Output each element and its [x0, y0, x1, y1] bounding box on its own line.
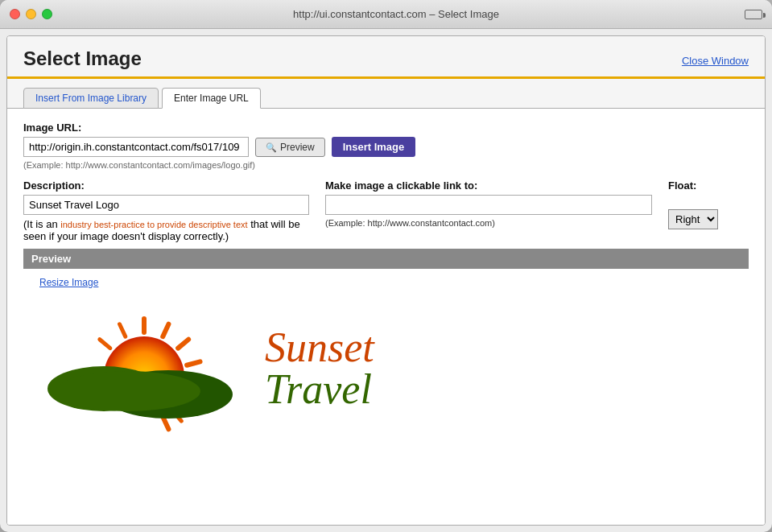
- tab-enter-url[interactable]: Enter Image URL: [162, 88, 261, 109]
- preview-section: Preview Resize Image: [23, 249, 749, 449]
- image-url-input[interactable]: [23, 137, 249, 157]
- float-select-row: Left Right None: [668, 209, 749, 229]
- svg-line-7: [120, 324, 126, 336]
- svg-line-1: [163, 324, 168, 336]
- link-input[interactable]: [325, 195, 652, 215]
- description-help-orange: industry best-practice to provide descri…: [60, 220, 247, 229]
- title-bar: http://ui.constantcontact.com – Select I…: [0, 0, 772, 29]
- svg-line-3: [187, 361, 200, 365]
- link-column: Make image a clickable link to: (Example…: [325, 179, 652, 242]
- close-button[interactable]: [10, 9, 20, 19]
- search-icon: [266, 142, 277, 153]
- description-help: (It is an industry best-practice to prov…: [23, 218, 309, 242]
- svg-point-14: [56, 371, 200, 411]
- form-area: Image URL: Preview Insert Image (Example…: [7, 109, 765, 525]
- two-col-row: Description: (It is an industry best-pra…: [23, 179, 749, 242]
- app-window: http://ui.constantcontact.com – Select I…: [0, 0, 772, 532]
- logo-preview: Sunset Travel: [39, 296, 733, 441]
- description-label: Description:: [23, 179, 309, 192]
- content-area: Select Image Close Window Insert From Im…: [6, 35, 766, 526]
- maximize-button[interactable]: [42, 9, 52, 19]
- float-label: Float:: [668, 179, 749, 192]
- minimize-button[interactable]: [26, 9, 36, 19]
- svg-line-8: [100, 340, 110, 348]
- window-title: http://ui.constantcontact.com – Select I…: [62, 8, 730, 20]
- image-url-example: (Example: http://www.constantcontact.com…: [23, 160, 749, 170]
- preview-body: Resize Image: [23, 269, 749, 449]
- make-link-label: Make image a clickable link to:: [325, 179, 652, 192]
- window-controls: [10, 9, 52, 19]
- logo-travel-text: Travel: [265, 369, 374, 410]
- svg-line-6: [163, 417, 168, 429]
- logo-text: Sunset Travel: [265, 327, 374, 410]
- tab-image-library[interactable]: Insert From Image Library: [23, 88, 159, 109]
- battery-icon: [745, 10, 762, 19]
- preview-header: Preview: [23, 249, 749, 269]
- svg-line-2: [178, 340, 188, 348]
- title-bar-right: [730, 10, 762, 19]
- link-example: (Example: http://www.constantcontact.com…: [325, 218, 652, 228]
- insert-image-button[interactable]: Insert Image: [332, 137, 416, 157]
- image-url-label: Image URL:: [23, 122, 749, 134]
- description-column: Description: (It is an industry best-pra…: [23, 179, 309, 242]
- float-select[interactable]: Left Right None: [668, 209, 718, 229]
- header-bar: Select Image Close Window: [7, 36, 765, 79]
- page-title: Select Image: [23, 47, 142, 70]
- tabs-area: Insert From Image Library Enter Image UR…: [7, 79, 765, 109]
- preview-button[interactable]: Preview: [255, 138, 325, 157]
- close-window-link[interactable]: Close Window: [682, 55, 749, 67]
- logo-svg: [39, 296, 281, 441]
- url-row: Preview Insert Image: [23, 137, 749, 157]
- description-input[interactable]: [23, 195, 309, 215]
- resize-image-link[interactable]: Resize Image: [39, 277, 733, 288]
- float-column: Float: Left Right None: [668, 179, 749, 242]
- logo-sunset-text: Sunset: [265, 327, 374, 369]
